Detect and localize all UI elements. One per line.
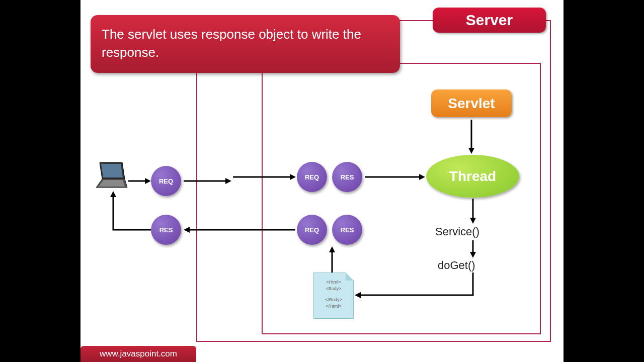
- arrow-doget-to-html: [355, 273, 480, 300]
- footer-credit: www.javaspoint.com: [80, 346, 196, 362]
- svg-marker-13: [468, 148, 474, 154]
- arrow-container-to-res: [184, 225, 295, 235]
- description-box: The servlet uses response object to writ…: [91, 15, 400, 73]
- arrow-servlet-to-thread: [466, 120, 476, 154]
- svg-marker-22: [184, 227, 190, 233]
- doget-method-label: doGet(): [438, 259, 475, 272]
- html-line3: </Body>: [314, 297, 353, 303]
- arrow-reqres-to-thread: [365, 172, 425, 182]
- arrow-thread-to-service: [468, 199, 478, 224]
- svg-marker-20: [329, 246, 335, 252]
- req-circle-out: REQ: [151, 166, 181, 196]
- svg-marker-17: [470, 252, 476, 258]
- arrow-server-to-container: [233, 172, 296, 182]
- arrow-req-to-server: [184, 176, 231, 186]
- diagram-canvas: Server Container The servlet uses respon…: [80, 0, 564, 362]
- service-method-label: Service(): [435, 225, 479, 238]
- thread-node: Thread: [426, 155, 519, 198]
- res-circle-out: RES: [151, 215, 181, 245]
- arrow-res-to-client: [108, 191, 151, 234]
- svg-marker-23: [110, 191, 116, 197]
- svg-marker-11: [419, 174, 425, 180]
- req-circle-container: REQ: [297, 162, 327, 192]
- html-line4: </Html>: [314, 303, 353, 310]
- svg-marker-5: [145, 178, 151, 184]
- svg-marker-15: [470, 218, 476, 224]
- servlet-node: Servlet: [431, 89, 512, 117]
- svg-marker-9: [290, 174, 296, 180]
- svg-marker-7: [225, 178, 231, 184]
- laptop-icon: [95, 160, 127, 190]
- server-label: Server: [433, 8, 546, 33]
- arrow-service-to-doget: [468, 240, 478, 258]
- arrow-html-to-reqres: [327, 246, 337, 273]
- res-circle-container: RES: [332, 162, 362, 192]
- arrow-client-to-req: [128, 176, 151, 186]
- svg-marker-1: [101, 164, 123, 177]
- res-circle-return: RES: [332, 215, 362, 245]
- svg-marker-18: [355, 292, 361, 298]
- req-circle-return: REQ: [297, 215, 327, 245]
- html-line2: <Body>: [314, 286, 353, 292]
